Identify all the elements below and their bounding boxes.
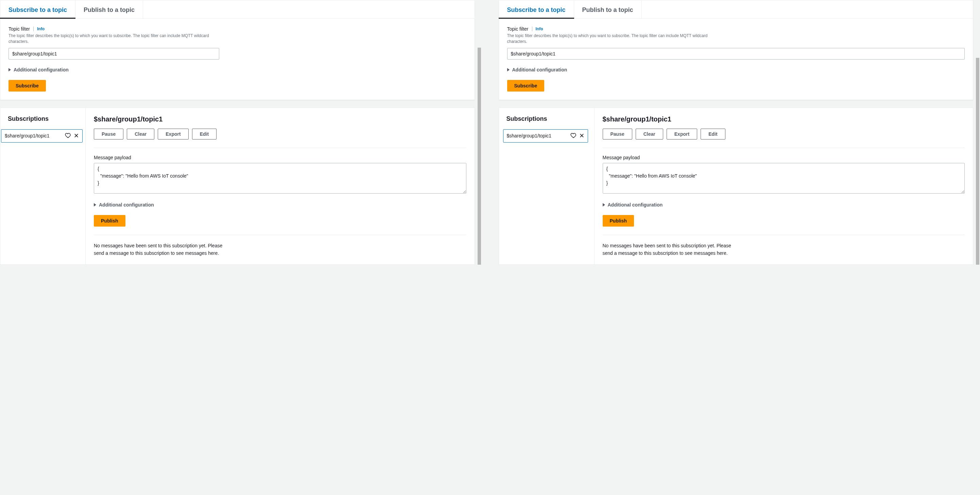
topic-filter-label: Topic filter bbox=[8, 26, 30, 32]
additional-config-label-2: Additional configuration bbox=[99, 202, 154, 208]
close-icon[interactable]: ✕ bbox=[74, 133, 79, 139]
edit-button[interactable]: Edit bbox=[192, 129, 216, 139]
caret-right-icon bbox=[94, 203, 96, 206]
additional-config-toggle[interactable]: Additional configuration bbox=[8, 67, 466, 72]
additional-config-toggle-4[interactable]: Additional configuration bbox=[603, 202, 965, 208]
subscriptions-panel: Subscriptions $share/group1/topic1 ✕ $sh… bbox=[0, 107, 475, 265]
payload-textarea[interactable] bbox=[94, 163, 466, 193]
tabs-2: Subscribe to a topic Publish to a topic bbox=[499, 0, 973, 19]
additional-config-toggle-2[interactable]: Additional configuration bbox=[94, 202, 466, 208]
clear-button-2[interactable]: Clear bbox=[636, 129, 663, 139]
empty-message: No messages have been sent to this subsc… bbox=[94, 242, 223, 257]
additional-config-label-3: Additional configuration bbox=[512, 67, 567, 72]
subscriptions-panel-2: Subscriptions $share/group1/topic1 ✕ $sh… bbox=[499, 107, 974, 265]
divider bbox=[532, 27, 532, 31]
pause-button[interactable]: Pause bbox=[94, 129, 123, 139]
subscriptions-heading-2: Subscriptions bbox=[506, 115, 594, 123]
empty-message-2: No messages have been sent to this subsc… bbox=[603, 242, 732, 257]
heart-icon[interactable] bbox=[65, 133, 71, 139]
payload-label-2: Message payload bbox=[603, 155, 965, 160]
subscription-item-label-2: $share/group1/topic1 bbox=[507, 133, 568, 139]
subscribe-card: Subscribe to a topic Publish to a topic … bbox=[0, 0, 475, 100]
topic-filter-input[interactable] bbox=[8, 48, 219, 59]
info-link[interactable]: Info bbox=[37, 27, 45, 31]
payload-textarea-2[interactable] bbox=[603, 163, 965, 193]
export-button[interactable]: Export bbox=[158, 129, 188, 139]
additional-config-toggle-3[interactable]: Additional configuration bbox=[507, 67, 965, 72]
topic-filter-hint-2: The topic filter describes the topic(s) … bbox=[507, 33, 718, 45]
subscribe-button[interactable]: Subscribe bbox=[8, 80, 46, 91]
export-button-2[interactable]: Export bbox=[667, 129, 697, 139]
tab-subscribe[interactable]: Subscribe to a topic bbox=[0, 0, 75, 18]
close-icon-2[interactable]: ✕ bbox=[579, 133, 584, 139]
scrollbar-thumb[interactable] bbox=[976, 58, 979, 265]
caret-right-icon bbox=[507, 68, 509, 72]
caret-right-icon bbox=[603, 203, 605, 206]
tab-publish[interactable]: Publish to a topic bbox=[75, 0, 143, 18]
topic-filter-hint: The topic filter describes the topic(s) … bbox=[8, 33, 219, 45]
divider bbox=[94, 148, 466, 148]
additional-config-label-4: Additional configuration bbox=[608, 202, 663, 208]
scrollbar-thumb[interactable] bbox=[477, 48, 481, 265]
divider bbox=[603, 235, 965, 235]
subscription-item[interactable]: $share/group1/topic1 ✕ bbox=[1, 129, 83, 142]
tab-publish-2[interactable]: Publish to a topic bbox=[574, 0, 642, 18]
tabs: Subscribe to a topic Publish to a topic bbox=[0, 0, 474, 19]
left-panel: Subscribe to a topic Publish to a topic … bbox=[0, 0, 475, 265]
additional-config-label: Additional configuration bbox=[14, 67, 68, 72]
clear-button[interactable]: Clear bbox=[127, 129, 154, 139]
info-link-2[interactable]: Info bbox=[536, 27, 543, 31]
detail-heading-2: $share/group1/topic1 bbox=[603, 115, 965, 123]
topic-filter-label-2: Topic filter bbox=[507, 26, 528, 32]
detail-heading: $share/group1/topic1 bbox=[94, 115, 466, 123]
tab-subscribe-2[interactable]: Subscribe to a topic bbox=[499, 0, 574, 18]
publish-button[interactable]: Publish bbox=[94, 215, 126, 227]
subscriptions-heading: Subscriptions bbox=[8, 115, 85, 123]
heart-icon-2[interactable] bbox=[570, 133, 576, 139]
payload-label: Message payload bbox=[94, 155, 466, 160]
publish-button-2[interactable]: Publish bbox=[603, 215, 634, 227]
right-panel: Subscribe to a topic Publish to a topic … bbox=[499, 0, 974, 265]
subscription-item-2[interactable]: $share/group1/topic1 ✕ bbox=[503, 129, 588, 142]
subscription-item-label: $share/group1/topic1 bbox=[5, 133, 62, 139]
subscribe-card-2: Subscribe to a topic Publish to a topic … bbox=[499, 0, 974, 100]
topic-filter-input-2[interactable] bbox=[507, 48, 965, 59]
pause-button-2[interactable]: Pause bbox=[603, 129, 632, 139]
subscribe-button-2[interactable]: Subscribe bbox=[507, 80, 544, 91]
divider bbox=[603, 148, 965, 148]
caret-right-icon bbox=[8, 68, 11, 72]
divider bbox=[94, 235, 466, 235]
edit-button-2[interactable]: Edit bbox=[701, 129, 725, 139]
